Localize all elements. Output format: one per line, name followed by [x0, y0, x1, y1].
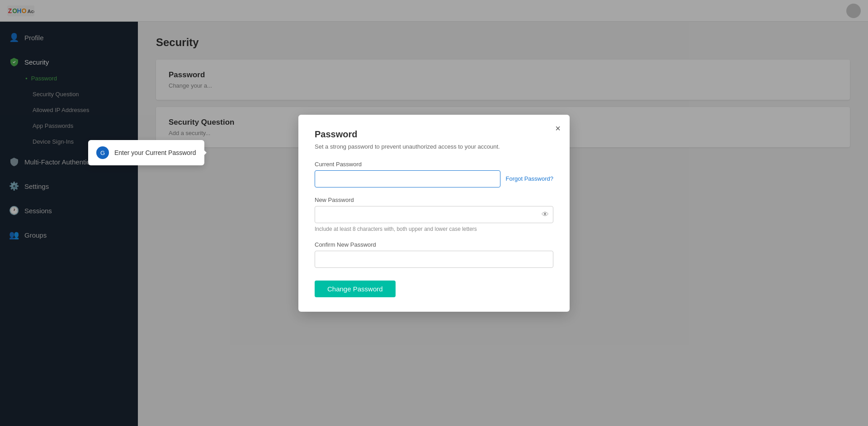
new-password-wrapper: 👁 — [315, 206, 553, 223]
modal-close-button[interactable]: × — [555, 124, 561, 133]
password-modal: × Password Set a strong password to prev… — [298, 115, 570, 312]
new-password-label: New Password — [315, 197, 553, 203]
tooltip-icon-letter: G — [100, 150, 105, 156]
current-password-group: Current Password Forgot Password? — [315, 161, 553, 187]
modal-title: Password — [315, 129, 553, 140]
new-password-group: New Password 👁 Include at least 8 charac… — [315, 197, 553, 232]
current-password-row: Forgot Password? — [315, 170, 553, 187]
new-password-hint: Include at least 8 characters with, both… — [315, 226, 553, 232]
confirm-password-input[interactable] — [315, 251, 553, 268]
toggle-password-visibility-icon[interactable]: 👁 — [542, 211, 549, 219]
change-password-button[interactable]: Change Password — [315, 281, 396, 297]
confirm-password-group: Confirm New Password — [315, 241, 553, 268]
current-password-input[interactable] — [315, 170, 500, 187]
tooltip-icon: G — [96, 146, 109, 159]
current-password-label: Current Password — [315, 161, 553, 168]
forgot-password-link[interactable]: Forgot Password? — [506, 175, 554, 182]
tooltip: G Enter your Current Password — [88, 140, 204, 165]
new-password-input[interactable] — [315, 206, 553, 223]
modal-subtitle: Set a strong password to prevent unautho… — [315, 143, 553, 150]
tooltip-text: Enter your Current Password — [114, 149, 196, 156]
modal-overlay: G Enter your Current Password × Password… — [0, 0, 868, 426]
confirm-password-label: Confirm New Password — [315, 241, 553, 248]
